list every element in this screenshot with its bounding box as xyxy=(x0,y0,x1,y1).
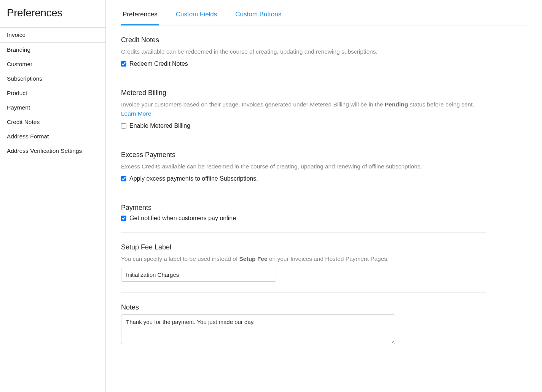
tab-label: Custom Fields xyxy=(176,11,217,18)
checkbox-label: Redeem Credit Notes xyxy=(129,60,188,67)
sidebar-item-label: Invoice xyxy=(7,32,26,38)
section-notes: Notes xyxy=(121,303,486,356)
sidebar-item-label: Product xyxy=(7,90,27,96)
checkbox-label: Get notified when customers pay online xyxy=(129,215,236,222)
checkbox-get-notified[interactable]: Get notified when customers pay online xyxy=(121,215,486,222)
sidebar-item-address-format[interactable]: Address Format xyxy=(0,129,105,144)
section-metered-billing: Metered Billing Invoice your customers b… xyxy=(121,89,486,140)
section-desc: You can specify a label to be used inste… xyxy=(121,254,486,263)
sidebar-item-address-verification-settings[interactable]: Address Verification Settings xyxy=(0,144,105,158)
section-payments: Payments Get notified when customers pay… xyxy=(121,204,486,233)
desc-bold: Pending xyxy=(385,101,408,108)
section-excess-payments: Excess Payments Excess Credits available… xyxy=(121,151,486,193)
section-title: Setup Fee Label xyxy=(121,243,486,251)
section-credit-notes: Credit Notes Credits available can be re… xyxy=(121,36,486,78)
sidebar-item-subscriptions[interactable]: Subscriptions xyxy=(0,71,105,86)
sidebar-item-label: Payment xyxy=(7,104,30,111)
sidebar-item-product[interactable]: Product xyxy=(0,86,105,100)
preferences-content: Credit Notes Credits available can be re… xyxy=(121,25,486,356)
checkbox-input[interactable] xyxy=(121,176,126,181)
checkbox-label: Enable Metered Billing xyxy=(129,122,190,129)
sidebar-item-label: Subscriptions xyxy=(7,75,42,82)
desc-text: status before being sent. xyxy=(408,101,474,108)
desc-text: on your Invoices and Hosted Payment Page… xyxy=(268,256,389,262)
checkbox-redeem-credit-notes[interactable]: Redeem Credit Notes xyxy=(121,60,486,67)
section-desc: Invoice your customers based on their us… xyxy=(121,100,486,118)
sidebar-item-label: Branding xyxy=(7,46,30,53)
checkbox-label: Apply excess payments to offline Subscri… xyxy=(129,175,258,182)
notes-textarea[interactable] xyxy=(121,314,395,344)
checkbox-input[interactable] xyxy=(121,61,126,67)
sidebar-item-payment[interactable]: Payment xyxy=(0,100,105,115)
tab-label: Custom Buttons xyxy=(235,11,281,18)
desc-text: You can specify a label to be used inste… xyxy=(121,256,239,262)
sidebar-item-credit-notes[interactable]: Credit Notes xyxy=(0,115,105,129)
sidebar-item-label: Address Format xyxy=(7,133,49,140)
setup-fee-label-input[interactable] xyxy=(121,268,276,282)
section-title: Notes xyxy=(121,303,486,311)
checkbox-apply-excess-payments[interactable]: Apply excess payments to offline Subscri… xyxy=(121,175,486,182)
section-setup-fee-label: Setup Fee Label You can specify a label … xyxy=(121,243,486,293)
desc-text: Invoice your customers based on their us… xyxy=(121,101,385,108)
section-title: Excess Payments xyxy=(121,151,486,159)
sidebar-item-label: Credit Notes xyxy=(7,119,40,125)
sidebar-title: Preferences xyxy=(0,0,105,27)
checkbox-enable-metered-billing[interactable]: Enable Metered Billing xyxy=(121,122,486,129)
sidebar: Preferences Invoice Branding Customer Su… xyxy=(0,0,106,392)
section-title: Credit Notes xyxy=(121,36,486,44)
sidebar-item-label: Address Verification Settings xyxy=(7,148,82,154)
tab-custom-buttons[interactable]: Custom Buttons xyxy=(234,8,283,25)
sidebar-item-invoice[interactable]: Invoice xyxy=(0,28,105,43)
tab-label: Preferences xyxy=(123,11,158,18)
sidebar-list: Invoice Branding Customer Subscriptions … xyxy=(0,27,105,158)
checkbox-input[interactable] xyxy=(121,123,126,129)
desc-bold: Setup Fee xyxy=(239,256,268,262)
learn-more-link[interactable]: Learn More xyxy=(121,110,151,117)
section-title: Payments xyxy=(121,204,486,212)
sidebar-item-branding[interactable]: Branding xyxy=(0,43,105,57)
tab-custom-fields[interactable]: Custom Fields xyxy=(174,8,219,25)
main-content: Preferences Custom Fields Custom Buttons… xyxy=(106,0,542,392)
checkbox-input[interactable] xyxy=(121,216,126,221)
section-title: Metered Billing xyxy=(121,89,486,97)
tab-preferences[interactable]: Preferences xyxy=(121,8,159,25)
sidebar-item-label: Customer xyxy=(7,61,32,67)
tabs: Preferences Custom Fields Custom Buttons xyxy=(121,0,527,25)
section-desc: Excess Credits available can be redeemed… xyxy=(121,162,486,171)
sidebar-item-customer[interactable]: Customer xyxy=(0,57,105,71)
section-desc: Credits available can be redeemed in the… xyxy=(121,47,486,56)
